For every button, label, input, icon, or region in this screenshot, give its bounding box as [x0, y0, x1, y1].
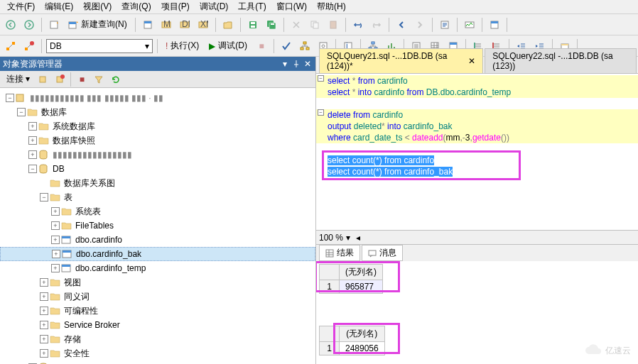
expand-icon[interactable]: +	[40, 321, 48, 329]
database-combo[interactable]: DB ▾	[46, 39, 153, 53]
tree-db-ecology[interactable]: +ecology	[0, 360, 315, 364]
dmx-query-icon[interactable]: DM	[177, 17, 193, 33]
tab-sqlquery21[interactable]: SQLQuery21.sql -...1DB.DB (sa (124))*✕	[319, 48, 483, 73]
collapse-icon[interactable]: −	[17, 108, 26, 116]
forward-icon[interactable]	[21, 17, 37, 33]
expand-icon[interactable]: +	[52, 250, 60, 258]
cell-value[interactable]: 965877	[340, 280, 383, 294]
menu-project[interactable]: 项目(P)	[157, 0, 194, 14]
connect-server-icon[interactable]	[35, 72, 50, 87]
expand-icon[interactable]: +	[28, 136, 37, 145]
tree-table-cardinfo[interactable]: +dbo.cardinfo	[0, 233, 315, 247]
xmla-query-icon[interactable]: XM	[195, 17, 211, 33]
stop-icon[interactable]: ■	[74, 72, 90, 87]
tree-filetables[interactable]: +FileTables	[0, 219, 315, 233]
fold-icon[interactable]: −	[318, 75, 324, 82]
undo-icon[interactable]	[350, 17, 366, 33]
sql-editor[interactable]: − − select * from cardinfo select * into…	[316, 74, 638, 230]
menu-window[interactable]: 窗口(W)	[272, 0, 311, 14]
column-header[interactable]: (无列名)	[340, 265, 383, 280]
scroll-left-icon[interactable]: ◂	[356, 233, 360, 243]
dropdown-icon[interactable]: ▾	[280, 59, 290, 69]
display-plan-icon[interactable]	[297, 38, 313, 54]
tree-table-cardinfo-bak[interactable]: +dbo.cardinfo_bak	[0, 247, 315, 261]
tree-hidden-db[interactable]: +▮▮▮▮▮▮▮▮▮▮▮▮▮▮▮▮	[0, 148, 315, 162]
tree-synonyms[interactable]: +同义词	[0, 289, 315, 304]
expand-icon[interactable]: +	[28, 122, 37, 131]
expand-icon[interactable]: +	[28, 150, 37, 159]
tree-storage[interactable]: +存储	[0, 332, 315, 346]
close-icon[interactable]: ✕	[468, 56, 475, 66]
tree-security[interactable]: +安全性	[0, 346, 315, 360]
filter-icon[interactable]	[91, 72, 107, 87]
expand-icon[interactable]: +	[51, 264, 60, 272]
change-connection-icon[interactable]	[3, 38, 18, 54]
paste-icon[interactable]	[325, 17, 341, 33]
collapse-icon[interactable]: −	[6, 94, 14, 102]
open-file-icon[interactable]	[220, 17, 236, 33]
debug-button[interactable]: ▶ 调试(D)	[205, 38, 251, 54]
cancel-executing-icon[interactable]: ■	[254, 38, 269, 54]
expand-icon[interactable]: +	[51, 236, 60, 244]
tree-diagrams[interactable]: 数据库关系图	[0, 176, 315, 190]
parse-icon[interactable]	[279, 38, 294, 54]
activity-monitor-icon[interactable]	[462, 17, 477, 33]
tree-system-databases[interactable]: +系统数据库	[0, 119, 315, 133]
expand-icon[interactable]: +	[40, 335, 48, 343]
menu-edit[interactable]: 编辑(E)	[40, 0, 77, 14]
tree-db-DB[interactable]: −DB	[0, 162, 315, 176]
tree-system-tables[interactable]: +系统表	[0, 204, 315, 219]
tree-service-broker[interactable]: +Service Broker	[0, 318, 315, 332]
disconnect-server-icon[interactable]	[52, 72, 67, 87]
tree-table-cardinfo-temp[interactable]: +dbo.cardinfo_temp	[0, 261, 315, 275]
tab-messages[interactable]: 消息	[362, 245, 403, 261]
menu-tools[interactable]: 工具(T)	[234, 0, 270, 14]
collapse-icon[interactable]: −	[40, 193, 48, 202]
tree-db-snapshots[interactable]: +数据库快照	[0, 133, 315, 148]
execute-button[interactable]: ! 执行(X)	[162, 38, 202, 54]
cell-value[interactable]: 2489056	[340, 342, 385, 355]
menu-view[interactable]: 视图(V)	[79, 0, 116, 14]
find-icon[interactable]	[437, 17, 453, 33]
row-number[interactable]: 1	[320, 280, 340, 294]
result-grid-1[interactable]: (无列名) 1965877	[319, 264, 383, 294]
mdx-query-icon[interactable]: MD	[158, 17, 174, 33]
zoom-level[interactable]: 100 %	[319, 233, 343, 243]
chevron-down-icon[interactable]: ▾	[346, 233, 350, 243]
menu-query[interactable]: 查询(Q)	[117, 0, 155, 14]
expand-icon[interactable]: +	[40, 278, 48, 287]
tree-tables[interactable]: −表	[0, 190, 315, 204]
menu-help[interactable]: 帮助(H)	[313, 0, 350, 14]
db-engine-query-icon[interactable]	[140, 17, 156, 33]
tree-views[interactable]: +视图	[0, 275, 315, 289]
save-all-icon[interactable]	[264, 17, 279, 33]
copy-icon[interactable]	[307, 17, 323, 33]
expand-icon[interactable]: +	[40, 349, 48, 358]
expand-icon[interactable]: +	[51, 207, 60, 216]
tree-server-node[interactable]: −▮▮▮▮▮▮▮▮▮▮▮ ▮▮▮ ▮▮▮▮▮ ▮▮▮ · ▮▮	[0, 91, 315, 105]
pin-icon[interactable]	[291, 59, 301, 69]
row-number[interactable]: 1	[320, 342, 340, 355]
new-query-button[interactable]: 新建查询(N)	[65, 17, 131, 33]
tree-databases-node[interactable]: −数据库	[0, 105, 315, 119]
result-grid-2[interactable]: (无列名) 12489056	[319, 326, 385, 355]
expand-icon[interactable]: +	[51, 221, 60, 230]
save-icon[interactable]	[245, 17, 261, 33]
menu-file[interactable]: 文件(F)	[3, 0, 39, 14]
menu-debug[interactable]: 调试(D)	[195, 0, 233, 14]
tab-results[interactable]: 结果	[319, 245, 360, 261]
nav-back-icon[interactable]	[394, 17, 409, 33]
solution-explorer-icon[interactable]	[487, 17, 502, 33]
cut-icon[interactable]	[288, 17, 304, 33]
refresh-icon[interactable]	[108, 72, 124, 87]
disconnect-icon[interactable]	[21, 38, 37, 54]
redo-icon[interactable]	[369, 17, 384, 33]
collapse-icon[interactable]: −	[28, 165, 37, 173]
expand-icon[interactable]: +	[40, 292, 48, 301]
tab-sqlquery22[interactable]: SQLQuery22.sql -...1DB.DB (sa (123))	[485, 48, 637, 73]
object-tree[interactable]: −▮▮▮▮▮▮▮▮▮▮▮ ▮▮▮ ▮▮▮▮▮ ▮▮▮ · ▮▮ −数据库 +系统…	[0, 88, 315, 364]
tree-programmability[interactable]: +可编程性	[0, 304, 315, 318]
fold-icon[interactable]: −	[318, 109, 324, 116]
column-header[interactable]: (无列名)	[340, 326, 385, 342]
expand-icon[interactable]: +	[40, 307, 48, 315]
